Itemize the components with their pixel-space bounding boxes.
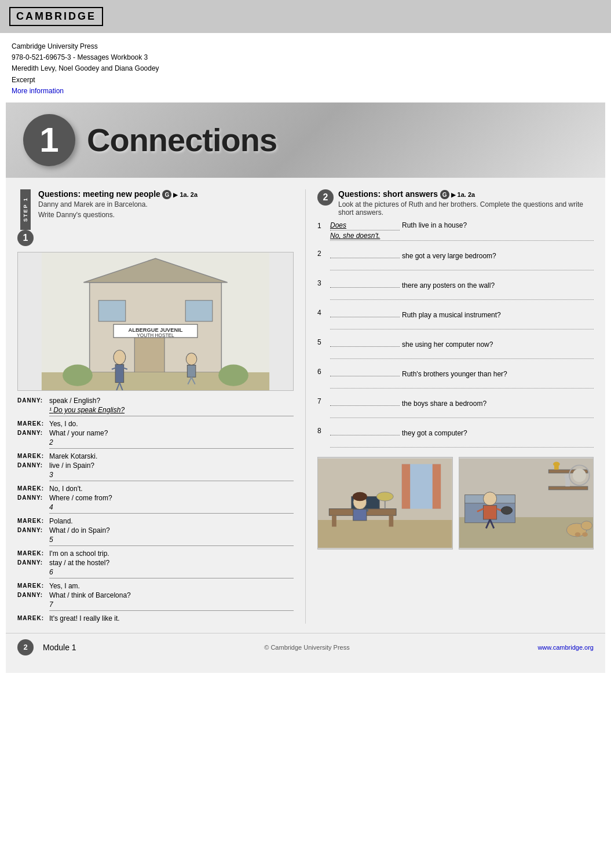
publisher-info: Cambridge University Press 978-0-521-696… bbox=[0, 33, 611, 102]
svg-text:ALBERGUE JUVENIL: ALBERGUE JUVENIL bbox=[128, 327, 182, 333]
exercises-container: STEP 1 1 Questions: meeting new people G… bbox=[6, 178, 605, 624]
question-2: 2 she got a very large bedroom? bbox=[317, 249, 594, 270]
exercise2-grammar-ref: 1a. 2a bbox=[458, 191, 475, 198]
question-5: 5 she using her computer now? bbox=[317, 338, 594, 359]
svg-rect-51 bbox=[548, 487, 588, 490]
q2-blank bbox=[330, 249, 400, 258]
question-3: 3 there any posters on the wall? bbox=[317, 279, 594, 300]
svg-point-10 bbox=[114, 350, 126, 365]
svg-rect-4 bbox=[98, 301, 126, 321]
more-information-link[interactable]: More information bbox=[12, 87, 64, 95]
photo-1 bbox=[317, 457, 453, 550]
q6-blank bbox=[330, 367, 400, 376]
svg-text:YOUTH HOSTEL: YOUTH HOSTEL bbox=[137, 333, 174, 338]
chapter-number: 1 bbox=[23, 114, 75, 166]
cambridge-logo: CAMBRIDGE bbox=[9, 7, 103, 26]
question-list: 1 Does Ruth live in a house? No, she doe… bbox=[317, 221, 594, 448]
answer-5: 5 bbox=[49, 536, 294, 546]
question-7: 7 the boys share a bedroom? bbox=[317, 397, 594, 418]
q5-blank bbox=[330, 338, 400, 347]
svg-rect-26 bbox=[402, 464, 410, 509]
footer-left: 2 Module 1 bbox=[17, 639, 76, 655]
q3-answer bbox=[330, 291, 594, 300]
question-6: 6 Ruth's brothers younger than her? bbox=[317, 367, 594, 389]
question-8: 8 they got a computer? bbox=[317, 426, 594, 448]
exercise1-number: 1 bbox=[17, 230, 34, 246]
publisher-line3: Meredith Levy, Noel Goodey and Diana Goo… bbox=[12, 63, 599, 74]
svg-point-16 bbox=[186, 353, 197, 365]
grammar-g-icon: G bbox=[162, 190, 171, 199]
chapter-title: Connections bbox=[87, 121, 277, 159]
footer-copyright: © Cambridge University Press bbox=[264, 644, 349, 651]
svg-rect-35 bbox=[353, 510, 367, 521]
footer-url: www.cambridge.org bbox=[537, 644, 594, 651]
exercise1-instruction1: Danny and Marek are in Barcelona. bbox=[38, 200, 294, 208]
publisher-line1: Cambridge University Press bbox=[12, 41, 599, 52]
svg-point-43 bbox=[483, 492, 496, 506]
publisher-line4: Excerpt bbox=[12, 75, 599, 86]
page-number-badge: 2 bbox=[17, 639, 34, 655]
svg-point-53 bbox=[553, 462, 560, 467]
q8-answer bbox=[330, 438, 594, 448]
question-4: 4 Ruth play a musical instrument? bbox=[317, 308, 594, 329]
q8-blank bbox=[330, 426, 400, 435]
answer-7: 7 bbox=[49, 600, 294, 611]
q1-blank: Does bbox=[330, 221, 400, 230]
svg-rect-27 bbox=[433, 464, 441, 509]
main-content: 1 Connections STEP 1 1 Questions: meetin… bbox=[6, 102, 605, 673]
photos-section bbox=[317, 457, 594, 550]
svg-point-20 bbox=[63, 364, 93, 386]
answer-2: 2 bbox=[49, 438, 294, 449]
grammar-g2-icon: G bbox=[440, 190, 449, 199]
svg-point-57 bbox=[581, 521, 592, 530]
exercise1-grammar-badge: G ▶ 1a. 2a bbox=[162, 190, 197, 199]
q7-blank bbox=[330, 397, 400, 406]
right-column: 2 Questions: short answers G ▶ 1a. 2a Lo… bbox=[306, 189, 594, 624]
q2-answer bbox=[330, 261, 594, 270]
exercise2-grammar-badge: G ▶ 1a. 2a bbox=[440, 190, 475, 199]
q5-answer bbox=[330, 350, 594, 359]
svg-point-61 bbox=[572, 469, 586, 482]
left-column: STEP 1 1 Questions: meeting new people G… bbox=[17, 189, 306, 624]
exercise1-instruction2: Write Danny's questions. bbox=[38, 211, 294, 219]
svg-point-37 bbox=[376, 492, 393, 501]
svg-rect-44 bbox=[483, 506, 496, 519]
svg-rect-29 bbox=[332, 516, 336, 527]
exercise2-number: 2 bbox=[317, 189, 334, 206]
svg-rect-30 bbox=[389, 516, 394, 527]
page-header: CAMBRIDGE bbox=[0, 0, 611, 33]
step-label: STEP 1 bbox=[20, 189, 31, 230]
exercise1-grammar-ref: 1a. 2a bbox=[180, 191, 197, 198]
svg-rect-5 bbox=[185, 301, 213, 321]
svg-point-59 bbox=[582, 533, 588, 537]
exercise1-title: Questions: meeting new people bbox=[38, 189, 160, 199]
q4-answer bbox=[330, 320, 594, 329]
answer-6: 6 bbox=[49, 568, 294, 578]
q1-answer: No, she doesn't. bbox=[330, 232, 594, 241]
exercise2-title: Questions: short answers bbox=[338, 189, 438, 199]
answer-4: 4 bbox=[49, 503, 294, 514]
publisher-line2: 978-0-521-69675-3 - Messages Workbook 3 bbox=[12, 52, 599, 63]
svg-point-49 bbox=[501, 507, 512, 515]
q7-answer bbox=[330, 409, 594, 418]
chapter-header: 1 Connections bbox=[6, 102, 605, 178]
q4-blank bbox=[330, 308, 400, 317]
module-label: Module 1 bbox=[43, 643, 76, 652]
question-1: 1 Does Ruth live in a house? No, she doe… bbox=[317, 221, 594, 241]
photo-2 bbox=[459, 457, 594, 550]
q6-answer bbox=[330, 379, 594, 389]
exercise1-dialogue: DANNY: speak / English? ¹ Do you speak E… bbox=[17, 397, 294, 622]
answer-3: 3 bbox=[49, 471, 294, 481]
page-footer: 2 Module 1 © Cambridge University Press … bbox=[6, 633, 605, 661]
svg-rect-24 bbox=[318, 520, 452, 548]
exercise1-illustration: ALBERGUE JUVENIL YOUTH HOSTEL bbox=[17, 252, 294, 391]
exercise2-instruction: Look at the pictures of Ruth and her bro… bbox=[338, 200, 594, 217]
svg-point-21 bbox=[218, 364, 248, 386]
q3-blank bbox=[330, 279, 400, 288]
svg-point-34 bbox=[353, 492, 367, 501]
answer-1: ¹ Do you speak English? bbox=[49, 406, 294, 416]
svg-rect-17 bbox=[187, 365, 195, 377]
svg-point-58 bbox=[575, 533, 580, 537]
